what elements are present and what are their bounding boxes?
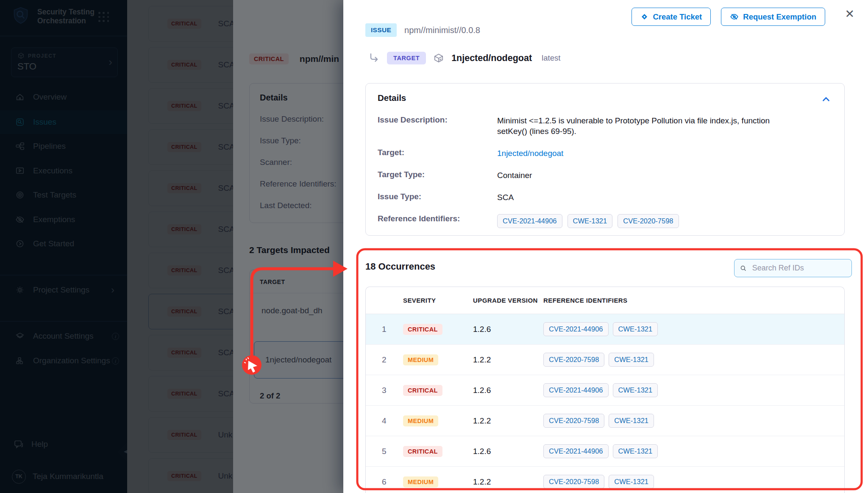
severity-badge: CRITICAL — [403, 324, 442, 335]
backdrop-dim — [0, 0, 343, 493]
search-icon — [740, 264, 747, 273]
field-label: Issue Description: — [378, 115, 497, 125]
ref-id-chip[interactable]: CWE-1321 — [609, 414, 654, 428]
field-value: Container — [497, 170, 798, 181]
table-row[interactable]: 5 CRITICAL 1.2.6 CVE-2021-44906CWE-1321 — [366, 436, 844, 467]
ref-id-chip[interactable]: CWE-1321 — [613, 383, 658, 397]
severity-badge: CRITICAL — [403, 385, 442, 396]
ref-id-chip[interactable]: CWE-1321 — [609, 353, 654, 367]
table-row[interactable]: 2 MEDIUM 1.2.2 CVE-2020-7598CWE-1321 — [366, 345, 844, 375]
field-label: Issue Type: — [378, 192, 497, 201]
col-upgrade-version: UPGRADE VERSION — [473, 297, 543, 304]
field-value: Minimist <=1.2.5 is vulnerable to Protot… — [497, 115, 798, 136]
field-label: Target: — [378, 148, 497, 157]
occurrences-table: SEVERITY UPGRADE VERSION REFERENCE IDENT… — [365, 287, 845, 493]
target-tag: latest — [542, 53, 560, 63]
target-badge: TARGET — [387, 52, 426, 64]
ref-id-chip[interactable]: CVE-2021-44906 — [497, 214, 562, 228]
col-reference-identifiers: REFERENCE IDENTIFIERS — [543, 297, 844, 304]
severity-badge: MEDIUM — [403, 415, 438, 426]
package-icon — [433, 53, 444, 64]
ref-id-chip[interactable]: CWE-1321 — [613, 322, 658, 336]
table-row[interactable]: 4 MEDIUM 1.2.2 CVE-2020-7598CWE-1321 — [366, 406, 844, 436]
ref-id-chip[interactable]: CVE-2020-7598 — [543, 353, 604, 367]
target-link[interactable]: 1njected/nodegoat — [497, 148, 798, 159]
table-header: SEVERITY UPGRADE VERSION REFERENCE IDENT… — [366, 287, 844, 314]
severity-badge: MEDIUM — [403, 476, 438, 487]
field-label: Target Type: — [378, 170, 497, 179]
table-row[interactable]: 3 CRITICAL 1.2.6 CVE-2021-44906CWE-1321 — [366, 375, 844, 406]
search-ref-ids[interactable] — [734, 259, 852, 277]
occurrences-heading: 18 Occurrences — [365, 261, 435, 272]
ref-id-chip[interactable]: CVE-2020-7598 — [618, 214, 679, 228]
ref-id-chip[interactable]: CWE-1321 — [568, 214, 613, 228]
severity-badge: MEDIUM — [403, 354, 438, 365]
elbow-arrow-icon — [368, 52, 380, 64]
app: Security Testing Orchestration PROJECT S… — [0, 0, 868, 493]
ref-id-chip[interactable]: CWE-1321 — [613, 444, 658, 458]
request-exemption-button[interactable]: Request Exemption — [721, 8, 825, 26]
table-row[interactable]: 6 MEDIUM 1.2.2 CVE-2020-7598CWE-1321 — [366, 467, 844, 493]
details-heading: Details — [378, 93, 832, 103]
field-value: SCA — [497, 192, 798, 203]
details-card: Details Issue Description: Minimist <=1.… — [365, 83, 845, 236]
ref-id-chip[interactable]: CVE-2021-44906 — [543, 444, 609, 458]
issue-badge: ISSUE — [365, 23, 397, 37]
target-name: 1njected/nodegoat — [451, 53, 532, 64]
issue-name: npm//minimist//0.0.8 — [404, 25, 480, 35]
chevron-up-icon[interactable] — [821, 94, 832, 105]
ref-id-chip[interactable]: CVE-2020-7598 — [543, 475, 604, 489]
eye-off-icon — [730, 12, 739, 21]
ref-id-chip[interactable]: CWE-1321 — [609, 475, 654, 489]
col-severity: SEVERITY — [403, 297, 473, 304]
ticket-diamond-icon — [640, 13, 648, 21]
ref-id-chip[interactable]: CVE-2021-44906 — [543, 322, 609, 336]
create-ticket-button[interactable]: Create Ticket — [632, 8, 711, 26]
severity-badge: CRITICAL — [403, 446, 442, 457]
issue-details-modal: Create Ticket Request Exemption ✕ ISSUE … — [343, 0, 868, 493]
search-input[interactable] — [751, 263, 846, 273]
field-label: Reference Identifiers: — [378, 214, 497, 223]
ref-id-chip[interactable]: CVE-2021-44906 — [543, 383, 609, 397]
table-row[interactable]: 1 CRITICAL 1.2.6 CVE-2021-44906CWE-1321 — [366, 314, 844, 345]
close-icon[interactable]: ✕ — [845, 8, 854, 20]
ref-id-chip[interactable]: CVE-2020-7598 — [543, 414, 604, 428]
